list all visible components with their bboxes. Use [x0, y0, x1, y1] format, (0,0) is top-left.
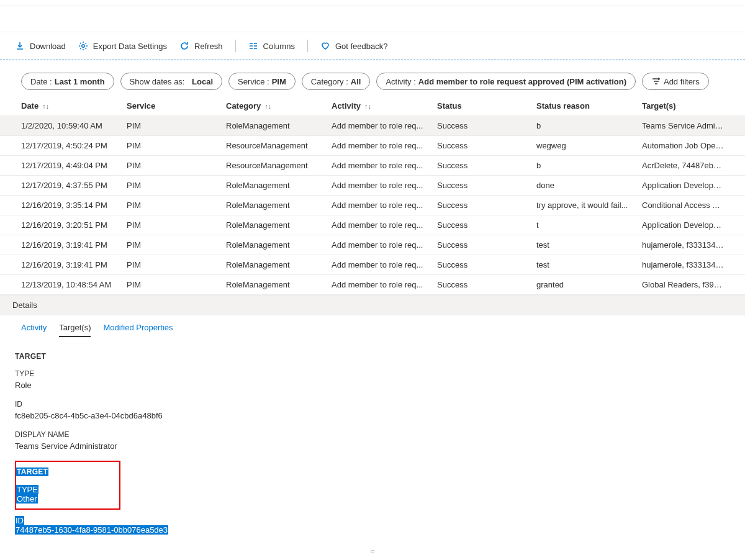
col-header-category[interactable]: Category↑↓ [226, 101, 332, 111]
cell-reason: b [536, 161, 642, 170]
details-body: TARGET TYPE Role ID fc8eb205-c8c4-4b5c-a… [0, 337, 745, 544]
table-row[interactable]: 12/16/2019, 3:20:51 PMPIMRoleManagementA… [0, 215, 745, 235]
table-row[interactable]: 12/17/2019, 4:50:24 PMPIMResourceManagem… [0, 136, 745, 156]
refresh-icon [179, 41, 189, 51]
cell-targets: Teams Service Administr... [642, 121, 730, 130]
target1-display-label: DISPLAY NAME [15, 430, 730, 439]
cell-status: Success [437, 161, 536, 170]
command-bar: Download Export Data Settings Refresh Co… [0, 32, 745, 60]
heart-icon [320, 41, 330, 51]
filter-activity[interactable]: Activity : Add member to role request ap… [376, 73, 636, 90]
cell-targets: Conditional Access Adm... [642, 201, 730, 210]
filter-service[interactable]: Service : PIM [228, 73, 296, 90]
target2-section-title: TARGET [16, 467, 48, 476]
columns-button[interactable]: Columns [248, 41, 295, 51]
cell-targets: hujamerole, f333134d-e... [642, 240, 730, 250]
target2-id-value: 74487eb5-1630-4fa8-9581-0bb076ea5de3 [15, 525, 168, 535]
refresh-label: Refresh [194, 42, 223, 51]
target1-id-value: fc8eb205-c8c4-4b5c-a3e4-04cbd6a48bf6 [15, 411, 730, 420]
tab-targets[interactable]: Target(s) [59, 319, 91, 337]
cell-date: 12/17/2019, 4:49:04 PM [21, 161, 127, 170]
cell-date: 12/16/2019, 3:19:41 PM [21, 260, 127, 269]
tab-activity[interactable]: Activity [21, 319, 47, 337]
filter-date[interactable]: Date : Last 1 month [21, 73, 114, 90]
columns-label: Columns [263, 42, 295, 51]
cell-status: Success [437, 240, 536, 250]
cell-targets: Application Developer, 9... [642, 181, 730, 190]
cell-reason: try approve, it would fail... [536, 201, 642, 210]
cell-category: RoleManagement [226, 201, 332, 210]
cell-reason: test [536, 240, 642, 250]
cell-activity: Add member to role req... [332, 280, 437, 289]
cell-service: PIM [127, 121, 226, 130]
target-section-1-title: TARGET [15, 352, 730, 361]
table-row[interactable]: 12/17/2019, 4:49:04 PMPIMResourceManagem… [0, 156, 745, 176]
feedback-button[interactable]: Got feedback? [320, 41, 388, 51]
cell-reason: done [536, 181, 642, 190]
filter-service-value: PIM [272, 77, 286, 86]
details-tabs: Activity Target(s) Modified Properties [0, 315, 745, 337]
add-filters-button[interactable]: Add filters [642, 73, 709, 90]
table-row[interactable]: 12/16/2019, 3:19:41 PMPIMRoleManagementA… [0, 255, 745, 275]
refresh-button[interactable]: Refresh [179, 41, 223, 51]
cell-reason: t [536, 220, 642, 230]
table-row[interactable]: 12/16/2019, 3:19:41 PMPIMRoleManagementA… [0, 235, 745, 255]
tab-modified-properties[interactable]: Modified Properties [103, 319, 173, 337]
cell-category: RoleManagement [226, 240, 332, 250]
cell-category: RoleManagement [226, 280, 332, 289]
cell-service: PIM [127, 260, 226, 269]
cell-service: PIM [127, 141, 226, 150]
target2-type-label: TYPE [16, 485, 38, 494]
add-filters-label: Add filters [664, 77, 700, 86]
table-row[interactable]: 12/13/2019, 10:48:54 AMPIMRoleManagement… [0, 275, 745, 295]
cell-date: 12/13/2019, 10:48:54 AM [21, 280, 127, 289]
cell-status: Success [437, 280, 536, 289]
col-header-status-reason[interactable]: Status reason [536, 101, 642, 111]
cell-activity: Add member to role req... [332, 121, 437, 130]
table-row[interactable]: 12/17/2019, 4:37:55 PMPIMRoleManagementA… [0, 176, 745, 196]
col-header-status[interactable]: Status [437, 101, 536, 111]
filter-category-label: Category : [311, 77, 348, 86]
col-header-targets[interactable]: Target(s) [642, 101, 730, 111]
target1-type-label: TYPE [15, 369, 730, 378]
download-button[interactable]: Download [15, 41, 66, 51]
filter-date-label: Date : [30, 77, 52, 86]
table-row[interactable]: 1/2/2020, 10:59:40 AMPIMRoleManagementAd… [0, 116, 745, 136]
cell-service: PIM [127, 181, 226, 190]
filter-showdates[interactable]: Show dates as: Local [120, 73, 222, 90]
details-header: Details [0, 295, 745, 315]
cell-activity: Add member to role req... [332, 260, 437, 269]
gear-icon [78, 41, 88, 51]
filter-service-label: Service : [238, 77, 269, 86]
cell-date: 12/16/2019, 3:20:51 PM [21, 220, 127, 230]
cell-targets: Global Readers, f39b575... [642, 280, 730, 289]
col-header-activity[interactable]: Activity↑↓ [332, 101, 437, 111]
filter-date-value: Last 1 month [55, 77, 105, 86]
cell-service: PIM [127, 240, 226, 250]
table-row[interactable]: 12/16/2019, 3:35:14 PMPIMRoleManagementA… [0, 196, 745, 215]
filter-showdates-label: Show dates as: [130, 77, 185, 86]
target2-type-value: Other [16, 494, 38, 504]
filter-category[interactable]: Category : All [302, 73, 371, 90]
columns-icon [248, 41, 258, 51]
cell-category: RoleManagement [226, 220, 332, 230]
cell-targets: Automation Job Operat... [642, 141, 730, 150]
filter-bar: Date : Last 1 month Show dates as: Local… [0, 60, 745, 96]
cell-status: Success [437, 260, 536, 269]
col-header-service[interactable]: Service [127, 101, 226, 111]
svg-point-0 [82, 45, 84, 47]
resize-handle[interactable]: ○ [0, 547, 745, 556]
cell-service: PIM [127, 201, 226, 210]
cell-activity: Add member to role req... [332, 161, 437, 170]
cell-service: PIM [127, 161, 226, 170]
cell-reason: granted [536, 280, 642, 289]
cell-activity: Add member to role req... [332, 181, 437, 190]
cell-reason: wegweg [536, 141, 642, 150]
export-settings-button[interactable]: Export Data Settings [78, 41, 167, 51]
cell-category: RoleManagement [226, 121, 332, 130]
col-header-date[interactable]: Date↑↓ [21, 101, 127, 111]
separator [235, 40, 236, 52]
filter-category-value: All [351, 77, 361, 86]
highlighted-target-box: TARGET TYPE Other [15, 461, 120, 510]
export-settings-label: Export Data Settings [93, 42, 167, 51]
